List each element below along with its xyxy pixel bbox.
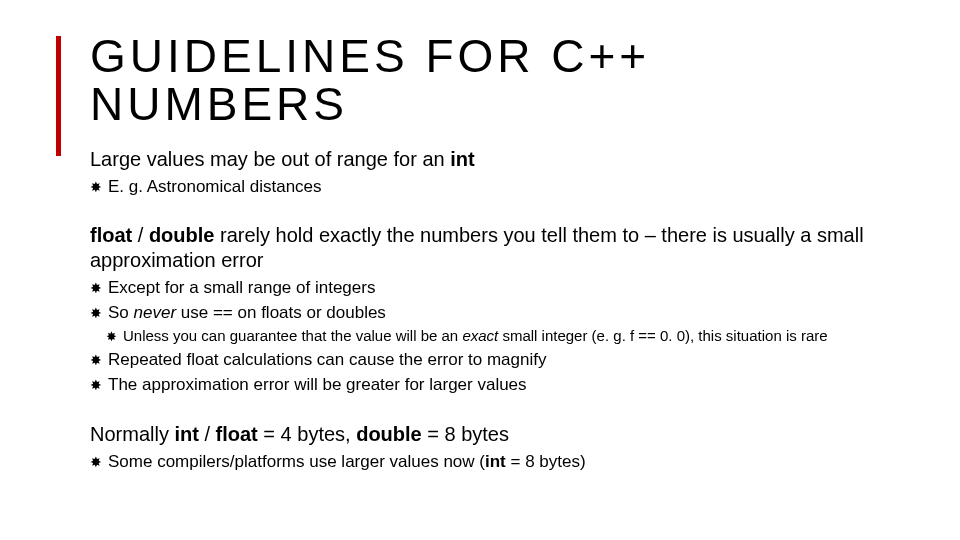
bullet-star-icon: ✸ bbox=[90, 176, 102, 199]
bullet-level-1: ✸Some compilers/platforms use larger val… bbox=[90, 451, 920, 474]
bullet-level-2: ✸Unless you can guarantee that the value… bbox=[106, 327, 920, 347]
bullet-text: Except for a small range of integers bbox=[108, 277, 375, 299]
bullet-text: E. g. Astronomical distances bbox=[108, 176, 322, 198]
slide-content: Large values may be out of range for an … bbox=[90, 147, 920, 474]
slide-title: GUIDELINES FOR C++ NUMBERS bbox=[90, 32, 920, 129]
section-heading: Large values may be out of range for an … bbox=[90, 147, 920, 172]
bullet-text: Unless you can guarantee that the value … bbox=[123, 327, 828, 346]
bullet-level-1: ✸Except for a small range of integers bbox=[90, 277, 920, 300]
bullet-text: So never use == on floats or doubles bbox=[108, 302, 386, 324]
bullet-text: Repeated float calculations can cause th… bbox=[108, 349, 546, 371]
bullet-text: The approximation error will be greater … bbox=[108, 374, 527, 396]
bullet-star-icon: ✸ bbox=[90, 451, 102, 474]
bullet-text: Some compilers/platforms use larger valu… bbox=[108, 451, 586, 473]
bullet-level-1: ✸E. g. Astronomical distances bbox=[90, 176, 920, 199]
section-spacer bbox=[90, 400, 920, 414]
bullet-level-1: ✸The approximation error will be greater… bbox=[90, 374, 920, 397]
bullet-star-icon: ✸ bbox=[90, 374, 102, 397]
bullet-star-icon: ✸ bbox=[90, 302, 102, 325]
bullet-level-1: ✸So never use == on floats or doubles bbox=[90, 302, 920, 325]
section-heading: Normally int / float = 4 bytes, double =… bbox=[90, 422, 920, 447]
accent-bar bbox=[56, 36, 61, 156]
bullet-star-icon: ✸ bbox=[106, 327, 117, 347]
section-heading: float / double rarely hold exactly the n… bbox=[90, 223, 920, 273]
slide: GUIDELINES FOR C++ NUMBERS Large values … bbox=[0, 0, 960, 540]
bullet-star-icon: ✸ bbox=[90, 349, 102, 372]
bullet-star-icon: ✸ bbox=[90, 277, 102, 300]
bullet-level-1: ✸Repeated float calculations can cause t… bbox=[90, 349, 920, 372]
section-spacer bbox=[90, 201, 920, 215]
